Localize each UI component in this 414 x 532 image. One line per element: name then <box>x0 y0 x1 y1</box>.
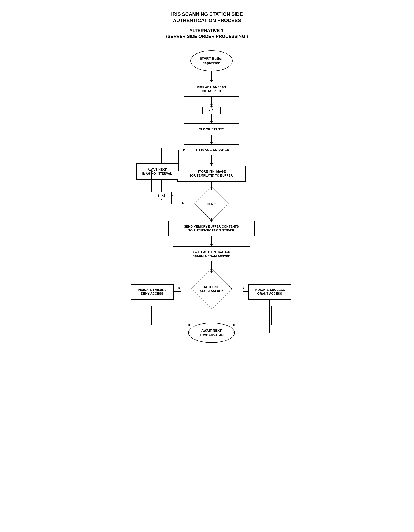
svg-marker-9 <box>210 163 213 165</box>
send-memory-rect: SEND MEMORY BUFFER CONTENTS TO AUTHENTIC… <box>168 221 255 236</box>
svg-marker-18 <box>210 244 213 246</box>
clock-starts-rect: CLOCK STARTS <box>184 124 239 135</box>
label-n-failure: N <box>178 286 180 290</box>
svg-marker-7 <box>210 142 213 144</box>
svg-marker-30 <box>189 324 191 326</box>
i-equals-1-rect: i=1 <box>202 107 221 114</box>
authent-success-diamond: AUTHENT. SUCCESSFUL? <box>180 272 243 306</box>
image-scanned-rect: i TH IMAGE SCANNED <box>184 144 239 155</box>
svg-marker-27 <box>232 324 234 326</box>
svg-marker-5 <box>210 121 213 124</box>
start-oval: START Button depressed <box>190 50 233 71</box>
subtitle: ALTERNATIVE 1. (SERVER SIDE ORDER PROCES… <box>125 28 289 39</box>
label-y-success: Y <box>243 286 245 290</box>
await-imaging-rect: AWAIT NEXT IMAGING INTERVAL <box>136 163 178 180</box>
svg-marker-3 <box>210 104 213 107</box>
memory-buffer-rect: MEMORY BUFFER INITIALIZED <box>184 81 239 97</box>
await-transaction-oval: AWAIT NEXT TRANSACTION <box>188 323 235 343</box>
flowchart: START Button depressed MEMORY BUFFER INI… <box>125 46 289 423</box>
await-auth-rect: AWAIT AUTHENTICATION RESULTS FROM SERVER <box>173 246 250 261</box>
i-increment-rect: i=i+1 <box>152 192 172 200</box>
main-title: IRIS SCANNING STATION SIDE AUTHENTICATIO… <box>125 11 289 24</box>
label-n-imaging: N <box>182 201 185 205</box>
store-image-rect: STORE i TH IMAGE (OR TEMPLATE) TO BUFFER <box>177 165 246 182</box>
indicate-failure-rect: INDICATE FAILURE DENY ACCESS <box>131 284 174 300</box>
indicate-success-rect: INDICATE SUCCESS GRANT ACCESS <box>248 284 291 300</box>
i-equals-n-diamond: i = N ? <box>185 190 238 218</box>
page: IRIS SCANNING STATION SIDE AUTHENTICATIO… <box>121 4 294 431</box>
